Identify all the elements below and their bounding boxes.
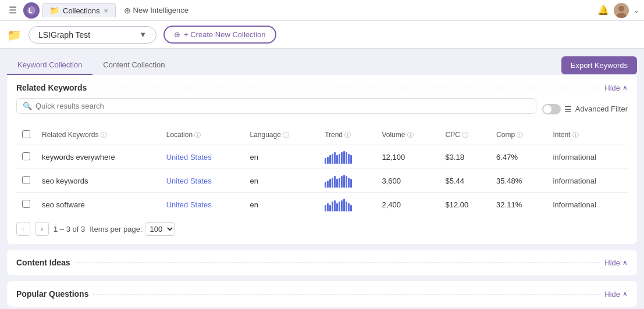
intent-info-icon[interactable]: ⓘ xyxy=(572,131,579,138)
trend-bar xyxy=(341,176,343,188)
trend-bar xyxy=(332,178,333,188)
content-ideas-section: Content Ideas Hide ∧ xyxy=(7,250,637,275)
cpc-cell-2: $12.00 xyxy=(439,193,490,217)
trend-bar xyxy=(343,151,345,164)
items-per-page: Items per page: 100 50 25 xyxy=(90,222,175,236)
trend-bar xyxy=(339,154,340,164)
create-icon: ⊕ xyxy=(174,30,180,39)
location-cell-2: United States xyxy=(161,193,244,217)
table-header: Related Keywords ⓘ Location ⓘ Language ⓘ… xyxy=(16,125,628,145)
trend-bar xyxy=(346,202,347,211)
col-header-language: Language ⓘ xyxy=(244,125,319,145)
close-collections-tab[interactable]: ✕ xyxy=(104,8,108,14)
col-header-volume: Volume ⓘ xyxy=(376,125,439,145)
hide-related-keywords[interactable]: Hide ∧ xyxy=(604,84,628,92)
bell-icon[interactable]: 🔔 xyxy=(597,5,609,16)
trend-bar xyxy=(350,155,352,164)
volume-info-icon[interactable]: ⓘ xyxy=(407,131,414,138)
export-keywords-button[interactable]: Export Keywords xyxy=(561,56,637,74)
table-row: seo softwareUnited Statesen2,400$12.0032… xyxy=(16,193,628,217)
trend-bar xyxy=(329,205,331,211)
tab-collections-label: Collections xyxy=(63,6,100,15)
trend-bar xyxy=(339,202,340,211)
popular-questions-section: Popular Questions Hide ∧ xyxy=(7,281,637,307)
workspace-name: LSIGraph Test xyxy=(38,30,90,39)
trend-bar xyxy=(334,200,336,211)
keyword-cell-1: seo keywords xyxy=(36,169,161,193)
prev-page-button[interactable]: ‹ xyxy=(16,222,30,236)
select-all-checkbox[interactable] xyxy=(22,130,30,138)
cpc-cell-1: $5.44 xyxy=(439,169,490,193)
keyword-info-icon[interactable]: ⓘ xyxy=(101,131,107,138)
trend-bar xyxy=(325,158,326,164)
trend-bar xyxy=(350,205,352,211)
row-checkbox-2[interactable] xyxy=(22,200,30,208)
trend-bar xyxy=(350,179,352,188)
cpc-info-icon[interactable]: ⓘ xyxy=(462,131,468,138)
workspace-bar: 📁 LSIGraph Test ▼ ⊕ + Create New Collect… xyxy=(0,21,644,49)
trend-bar xyxy=(341,152,343,164)
popular-questions-divider xyxy=(93,294,600,294)
next-page-button[interactable]: › xyxy=(35,222,49,236)
per-page-select[interactable]: 100 50 25 xyxy=(145,222,175,236)
trend-info-icon[interactable]: ⓘ xyxy=(344,131,351,138)
search-icon: 🔍 xyxy=(23,102,32,110)
comp-cell-2: 32.11% xyxy=(490,193,547,217)
trend-bar xyxy=(332,154,333,164)
keyword-cell-0: keywords everywhere xyxy=(36,145,161,169)
content-ideas-header: Content Ideas Hide ∧ xyxy=(7,250,637,275)
volume-cell-2: 2,400 xyxy=(376,193,439,217)
related-keywords-header: Related Keywords Hide ∧ xyxy=(16,83,628,92)
user-avatar[interactable] xyxy=(614,3,629,18)
location-cell-1: United States xyxy=(161,169,244,193)
trend-bar xyxy=(325,205,326,211)
advanced-filter-toggle[interactable] xyxy=(542,104,561,114)
chevron-down-icon[interactable]: ⌄ xyxy=(634,6,639,15)
hide-popular-questions[interactable]: Hide ∧ xyxy=(604,290,628,299)
volume-cell-1: 3,600 xyxy=(376,169,439,193)
language-cell-1: en xyxy=(244,169,319,193)
trend-bar xyxy=(336,203,338,211)
tab-content-collection[interactable]: Content Collection xyxy=(92,56,175,75)
row-checkbox-1[interactable] xyxy=(22,176,30,184)
trend-bar xyxy=(348,203,350,211)
col-header-cpc: CPC ⓘ xyxy=(439,125,490,145)
col-header-comp: Comp ⓘ xyxy=(490,125,547,145)
menu-icon[interactable]: ☰ xyxy=(5,5,21,16)
location-info-icon[interactable]: ⓘ xyxy=(194,131,201,138)
topbar-right: 🔔 ⌄ xyxy=(597,3,639,18)
tab-new-intelligence-label: New Intelligence xyxy=(133,6,188,15)
popular-questions-title: Popular Questions xyxy=(16,289,88,299)
workspace-folder-icon: 📁 xyxy=(7,28,22,42)
tab-new-intelligence[interactable]: ⊕ New Intelligence xyxy=(118,3,194,17)
comp-info-icon[interactable]: ⓘ xyxy=(517,131,523,138)
svg-text:L: L xyxy=(29,8,32,14)
popular-questions-header: Popular Questions Hide ∧ xyxy=(7,281,637,307)
language-info-icon[interactable]: ⓘ xyxy=(283,131,289,138)
collection-tab-bar: Keyword Collection Content Collection Ex… xyxy=(7,56,637,75)
comp-cell-0: 6.47% xyxy=(490,145,547,169)
trend-bar xyxy=(334,176,336,188)
content-ideas-chevron-icon: ∧ xyxy=(622,258,628,267)
pagination: ‹ › 1 – 3 of 3 Items per page: 100 50 25 xyxy=(16,222,628,236)
section-divider xyxy=(91,88,600,88)
tab-keyword-collection[interactable]: Keyword Collection xyxy=(7,56,92,75)
col-header-intent: Intent ⓘ xyxy=(547,125,628,145)
trend-bar xyxy=(332,202,333,211)
keywords-table-body: keywords everywhereUnited Statesen12,100… xyxy=(16,145,628,217)
hide-content-ideas[interactable]: Hide ∧ xyxy=(604,258,628,267)
language-cell-0: en xyxy=(244,145,319,169)
language-cell-2: en xyxy=(244,193,319,217)
popular-questions-chevron-icon: ∧ xyxy=(622,290,628,298)
trend-bar xyxy=(346,152,347,164)
tab-collections[interactable]: 📁 Collections ✕ xyxy=(42,3,116,17)
row-checkbox-0[interactable] xyxy=(22,152,30,160)
workspace-selector[interactable]: LSIGraph Test ▼ xyxy=(29,26,156,44)
collection-tabs: Keyword Collection Content Collection xyxy=(7,56,176,75)
trend-bar xyxy=(325,182,326,188)
keywords-table: Related Keywords ⓘ Location ⓘ Language ⓘ… xyxy=(16,125,628,216)
main-content: Keyword Collection Content Collection Ex… xyxy=(0,49,644,309)
create-collection-button[interactable]: ⊕ + Create New Collection xyxy=(163,26,276,44)
trend-bar xyxy=(348,154,350,164)
keyword-search-input[interactable] xyxy=(35,102,530,110)
